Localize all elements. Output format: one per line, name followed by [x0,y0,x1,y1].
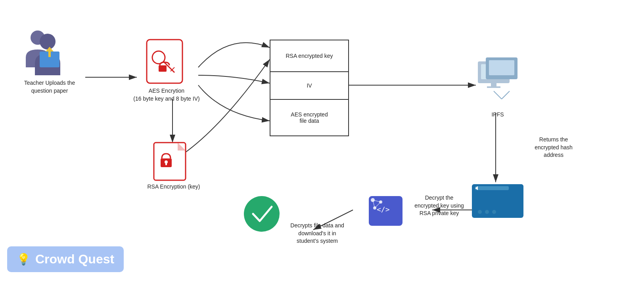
svg-line-28 [494,91,502,99]
svg-rect-33 [475,186,509,190]
ipfs-label: IPFS [482,111,514,119]
svg-text:</>: </> [377,205,390,213]
aes-label: AES Encrytion(16 byte key and 8 byte IV) [131,87,202,103]
diagram-container: </> RSA encrypted key IV AES encryptedfi… [0,0,644,284]
svg-point-37 [492,210,496,214]
svg-point-46 [244,196,280,232]
svg-rect-21 [165,163,167,165]
crowd-quest-text: Crowd Quest [35,252,114,267]
teacher-label: Teacher Uploads thequestion paper [16,79,83,95]
svg-rect-11 [48,51,51,57]
rsa-key-box: RSA encrypted key [270,40,348,72]
returns-label: Returns theencrypted hashaddress [514,136,593,159]
iv-box: IV [270,72,348,100]
svg-rect-12 [147,40,182,83]
crowd-quest-icon: 💡 [17,253,31,266]
aes-data-box: AES encryptedfile data [270,100,348,135]
svg-line-29 [502,91,510,99]
encryption-boxes: RSA encrypted key IV AES encryptedfile d… [270,40,349,136]
svg-rect-24 [491,83,496,86]
svg-rect-25 [487,86,500,88]
svg-point-8 [40,34,56,50]
rsa-encryption-label: RSA Encryption (key) [142,183,205,191]
svg-point-35 [478,210,482,214]
svg-rect-27 [489,60,514,75]
svg-rect-32 [472,190,523,193]
decrypts-file-label: Decrypts file data anddownload's it inst… [278,222,357,245]
decrypt-key-label: Decrypt theencrypted key usingRSA privat… [404,194,474,217]
crowd-quest-badge: 💡 Crowd Quest [7,246,124,272]
svg-point-36 [485,210,489,214]
svg-rect-16 [159,65,167,72]
